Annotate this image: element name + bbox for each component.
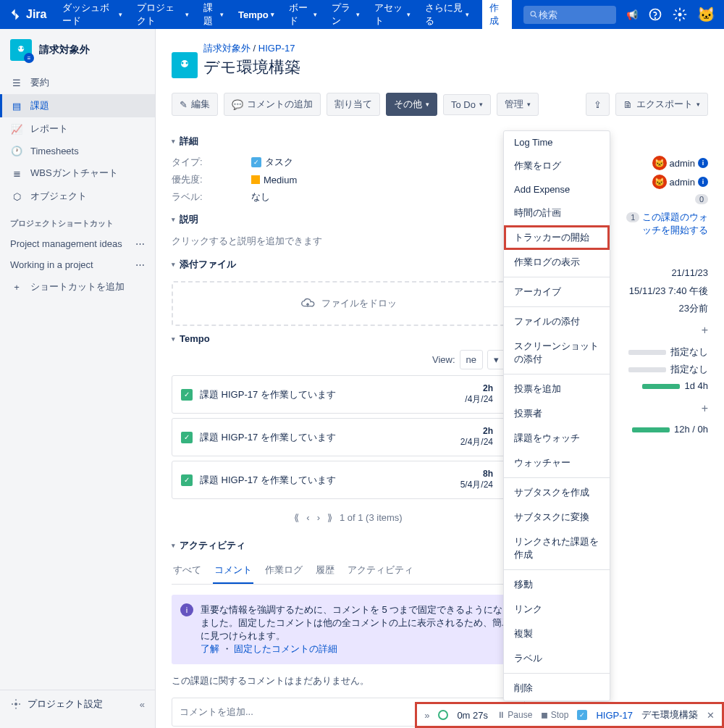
stop-button[interactable]: ◼ Stop	[541, 710, 568, 720]
dropdown-item[interactable]: Log Time	[504, 131, 610, 154]
worklog-text: 課題 HIGP-17 を作業しています	[200, 431, 336, 444]
dropdown-item[interactable]: ファイルの添付	[504, 309, 610, 334]
shortcuts-header: プロジェクトショートカット	[0, 208, 155, 233]
dropdown-item[interactable]: リンクされた課題を作成	[504, 530, 610, 567]
breadcrumb-project[interactable]: 請求対象外	[203, 43, 251, 54]
dropdown-item[interactable]: 作業ログの表示	[504, 250, 610, 275]
sidebar-item-reports[interactable]: 📈レポート	[0, 117, 155, 141]
time-add-icon[interactable]: +	[702, 324, 708, 337]
tab-worklog[interactable]: 作業ログ	[264, 558, 304, 584]
sidebar-item-issues[interactable]: ▤課題	[0, 94, 155, 117]
admin-button[interactable]: 管理 ▾	[497, 93, 539, 116]
add-shortcut[interactable]: +ショートカットを追加	[0, 275, 155, 298]
info-ok-link[interactable]: 了解	[201, 643, 219, 654]
tab-all[interactable]: すべて	[172, 558, 203, 584]
svg-point-7	[22, 47, 24, 49]
dropdown-item[interactable]: ラベル	[504, 646, 610, 671]
attachment-dropzone[interactable]: ファイルをドロッ	[172, 281, 525, 326]
dropdown-item[interactable]: 移動	[504, 572, 610, 597]
info-more-link[interactable]: 固定したコメントの詳細	[234, 643, 337, 654]
shortcut-1[interactable]: Project management ideas⋯	[0, 233, 155, 254]
nav-assets[interactable]: アセット▾	[369, 0, 416, 32]
search-box[interactable]	[523, 6, 616, 24]
sidebar-item-gantt[interactable]: ≣WBSガントチャート	[0, 162, 155, 185]
nav-projects[interactable]: プロジェクト▾	[131, 0, 195, 32]
section-desc[interactable]: ▾説明	[172, 213, 525, 226]
nav-plans[interactable]: プラン▾	[326, 0, 366, 32]
breadcrumb-key[interactable]: HIGP-17	[258, 43, 295, 54]
created-value: 15/11/23 7:40 午後	[621, 285, 708, 298]
pager-prev[interactable]: ‹	[306, 512, 309, 523]
section-attach[interactable]: ▾添付ファイル	[172, 258, 236, 271]
dropdown-item[interactable]: トラッカーの開始	[504, 225, 610, 250]
priority-icon	[251, 175, 260, 184]
dropdown-item[interactable]: 時間の計画	[504, 201, 610, 225]
dropdown-item[interactable]: Add Expense	[504, 178, 610, 201]
status-button[interactable]: To Do ▾	[443, 94, 491, 115]
help-icon[interactable]	[648, 7, 662, 22]
jira-logo[interactable]: Jira	[9, 8, 46, 21]
tab-comments[interactable]: コメント	[213, 558, 253, 584]
nav-tempo[interactable]: Tempo▾	[232, 5, 280, 25]
dropdown-item[interactable]: サブタスクに変換	[504, 505, 610, 530]
votes-badge: 0	[695, 194, 708, 204]
section-detail[interactable]: ▾詳細	[172, 135, 525, 148]
project-settings[interactable]: プロジェクト設定	[10, 698, 103, 711]
nav-more[interactable]: さらに見る▾	[419, 0, 475, 32]
share-button[interactable]: ⇪	[586, 93, 610, 116]
dropdown-item[interactable]: 課題をウォッチ	[504, 426, 610, 451]
collab-value: 12h / 0h	[674, 424, 708, 435]
tracker-key[interactable]: HIGP-17	[596, 710, 633, 721]
nav-issues[interactable]: 課題▾	[198, 0, 230, 32]
megaphone-icon[interactable]: 📢	[626, 9, 638, 20]
dropdown-item[interactable]: ウォッチャー	[504, 451, 610, 475]
tab-history[interactable]: 履歴	[314, 558, 336, 584]
dropdown-item[interactable]: サブタスクを作成	[504, 480, 610, 505]
user-avatar[interactable]: 🐱	[697, 6, 715, 23]
shortcut-2[interactable]: Working in a project⋯	[0, 254, 155, 275]
section-tempo[interactable]: ▾Tempo	[172, 333, 525, 344]
tracker-expand[interactable]: »	[424, 710, 429, 721]
view-select-left[interactable]: ne	[460, 350, 483, 369]
watch-link[interactable]: この課題のウォッチを開始する	[642, 212, 708, 235]
dropdown-item[interactable]: 複製	[504, 622, 610, 646]
dropdown-item[interactable]: 作業をログ	[504, 154, 610, 178]
worklog-row[interactable]: ✓ 課題 HIGP-17 を作業しています 2h/4月/24 ⋯	[172, 375, 525, 414]
export-button[interactable]: 🗎 エクスポート ▾	[615, 93, 708, 116]
create-button[interactable]: 作成	[482, 0, 513, 31]
section-activity[interactable]: ▾アクティビティ	[172, 539, 525, 552]
worklog-row[interactable]: ✓ 課題 HIGP-17 を作業しています 2h2/4月/24 ⋯	[172, 418, 525, 456]
tracker-title: デモ環境構築	[641, 708, 698, 721]
assignee-value: admin	[670, 158, 695, 169]
assign-button[interactable]: 割り当て	[327, 93, 380, 116]
dropdown-item[interactable]: 投票を追加	[504, 377, 610, 401]
more-button[interactable]: その他 ▾	[386, 93, 437, 116]
sidebar-item-objects[interactable]: ⬡オブジェクト	[0, 185, 155, 208]
collapse-icon[interactable]: «	[140, 699, 145, 710]
collab-add-icon[interactable]: +	[702, 402, 708, 415]
add-comment-button[interactable]: 💬 コメントの追加	[224, 93, 321, 116]
pager-first[interactable]: ⟪	[294, 512, 299, 523]
more-dropdown: Log Time作業をログAdd Expense時間の計画トラッカーの開始作業ロ…	[503, 130, 610, 701]
description-placeholder[interactable]: クリックすると説明を追加できます	[172, 232, 525, 251]
search-input[interactable]	[539, 9, 610, 20]
info-icon[interactable]: i	[698, 158, 708, 168]
nav-boards[interactable]: ボード▾	[283, 0, 323, 32]
pager-next[interactable]: ›	[317, 512, 320, 523]
tab-activity[interactable]: アクティビティ	[346, 558, 415, 584]
sidebar-item-timesheets[interactable]: 🕐Timesheets	[0, 141, 155, 162]
pager-last[interactable]: ⟫	[327, 512, 332, 523]
worklog-row[interactable]: ✓ 課題 HIGP-17 を作業しています 8h5/4月/24 ⋯	[172, 461, 525, 499]
settings-icon[interactable]	[673, 7, 687, 22]
edit-button[interactable]: ✎ 編集	[172, 93, 218, 116]
dropdown-item[interactable]: リンク	[504, 597, 610, 622]
tracker-close-icon[interactable]: ✕	[707, 710, 715, 721]
dropdown-item[interactable]: アーカイブ	[504, 280, 610, 304]
dropdown-item[interactable]: 削除	[504, 676, 610, 700]
dropdown-item[interactable]: 投票者	[504, 401, 610, 426]
sidebar-item-summary[interactable]: ☰要約	[0, 71, 155, 94]
dropdown-item[interactable]: スクリーンショットの添付	[504, 334, 610, 372]
info-icon[interactable]: i	[698, 177, 708, 187]
nav-dashboard[interactable]: ダッシュボード▾	[56, 0, 127, 32]
pause-button[interactable]: ⏸ Pause	[497, 710, 532, 720]
